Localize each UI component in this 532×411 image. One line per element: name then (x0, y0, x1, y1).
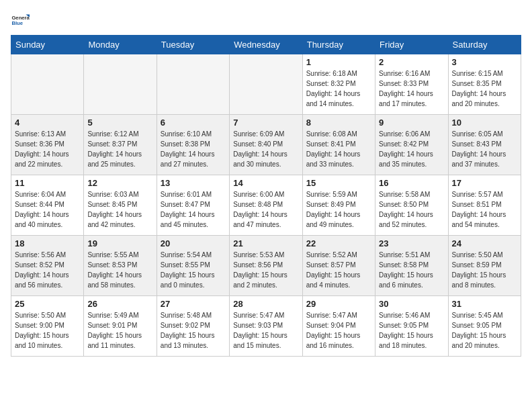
day-number: 24 (452, 238, 517, 248)
col-header-saturday: Saturday (448, 36, 521, 54)
calendar-day-cell: 28Sunrise: 5:47 AM Sunset: 9:03 PM Dayli… (230, 296, 302, 357)
calendar-day-cell (157, 54, 229, 115)
calendar-day-cell: 13Sunrise: 6:01 AM Sunset: 8:47 PM Dayli… (157, 175, 229, 236)
day-number: 29 (306, 299, 371, 309)
day-number: 10 (452, 118, 517, 128)
day-number: 31 (452, 299, 517, 309)
calendar-day-cell: 16Sunrise: 5:58 AM Sunset: 8:50 PM Dayli… (375, 175, 448, 236)
svg-text:Blue: Blue (11, 20, 23, 26)
day-number: 8 (306, 118, 371, 128)
day-number: 9 (379, 118, 444, 128)
day-info: Sunrise: 6:04 AM Sunset: 8:44 PM Dayligh… (15, 189, 80, 230)
day-info: Sunrise: 5:46 AM Sunset: 9:05 PM Dayligh… (379, 310, 444, 351)
calendar-day-cell: 7Sunrise: 6:09 AM Sunset: 8:40 PM Daylig… (230, 115, 302, 175)
day-number: 2 (379, 57, 444, 67)
calendar-day-cell: 9Sunrise: 6:06 AM Sunset: 8:42 PM Daylig… (375, 115, 448, 175)
day-info: Sunrise: 6:09 AM Sunset: 8:40 PM Dayligh… (233, 129, 298, 169)
col-header-friday: Friday (375, 36, 448, 54)
col-header-sunday: Sunday (11, 36, 84, 54)
calendar-day-cell: 26Sunrise: 5:49 AM Sunset: 9:01 PM Dayli… (84, 296, 157, 357)
day-info: Sunrise: 5:50 AM Sunset: 9:00 PM Dayligh… (15, 310, 80, 351)
calendar-day-cell: 20Sunrise: 5:54 AM Sunset: 8:55 PM Dayli… (157, 236, 229, 296)
day-info: Sunrise: 6:01 AM Sunset: 8:47 PM Dayligh… (161, 189, 226, 230)
calendar-day-cell: 24Sunrise: 5:50 AM Sunset: 8:59 PM Dayli… (448, 236, 521, 296)
calendar-day-cell: 29Sunrise: 5:47 AM Sunset: 9:04 PM Dayli… (302, 296, 375, 357)
calendar-day-cell: 12Sunrise: 6:03 AM Sunset: 8:45 PM Dayli… (84, 175, 157, 236)
day-info: Sunrise: 5:56 AM Sunset: 8:52 PM Dayligh… (15, 250, 80, 290)
day-info: Sunrise: 5:59 AM Sunset: 8:49 PM Dayligh… (306, 189, 371, 230)
day-info: Sunrise: 5:50 AM Sunset: 8:59 PM Dayligh… (452, 250, 517, 290)
day-number: 25 (15, 299, 80, 309)
day-info: Sunrise: 6:06 AM Sunset: 8:42 PM Dayligh… (379, 129, 444, 169)
calendar-day-cell: 1Sunrise: 6:18 AM Sunset: 8:32 PM Daylig… (302, 54, 375, 115)
calendar-day-cell: 23Sunrise: 5:51 AM Sunset: 8:58 PM Dayli… (375, 236, 448, 296)
day-info: Sunrise: 5:48 AM Sunset: 9:02 PM Dayligh… (161, 310, 226, 351)
day-number: 19 (87, 238, 152, 248)
day-number: 22 (306, 238, 371, 248)
calendar-day-cell: 18Sunrise: 5:56 AM Sunset: 8:52 PM Dayli… (11, 236, 84, 296)
calendar-day-cell (84, 54, 157, 115)
day-info: Sunrise: 6:15 AM Sunset: 8:35 PM Dayligh… (452, 68, 517, 109)
day-number: 12 (87, 178, 152, 188)
calendar-day-cell: 19Sunrise: 5:55 AM Sunset: 8:53 PM Dayli… (84, 236, 157, 296)
day-info: Sunrise: 5:45 AM Sunset: 9:05 PM Dayligh… (452, 310, 517, 351)
day-info: Sunrise: 6:03 AM Sunset: 8:45 PM Dayligh… (87, 189, 152, 230)
calendar-day-cell: 15Sunrise: 5:59 AM Sunset: 8:49 PM Dayli… (302, 175, 375, 236)
day-number: 18 (15, 238, 80, 248)
calendar-day-cell: 2Sunrise: 6:16 AM Sunset: 8:33 PM Daylig… (375, 54, 448, 115)
calendar-day-cell: 10Sunrise: 6:05 AM Sunset: 8:43 PM Dayli… (448, 115, 521, 175)
day-number: 4 (15, 118, 80, 128)
day-info: Sunrise: 6:10 AM Sunset: 8:38 PM Dayligh… (161, 129, 226, 169)
day-info: Sunrise: 6:05 AM Sunset: 8:43 PM Dayligh… (452, 129, 517, 169)
calendar-day-cell (11, 54, 84, 115)
day-number: 20 (161, 238, 226, 248)
calendar-day-cell: 30Sunrise: 5:46 AM Sunset: 9:05 PM Dayli… (375, 296, 448, 357)
day-number: 23 (379, 238, 444, 248)
day-number: 30 (379, 299, 444, 309)
day-number: 7 (233, 118, 298, 128)
calendar-day-cell: 4Sunrise: 6:13 AM Sunset: 8:36 PM Daylig… (11, 115, 84, 175)
day-info: Sunrise: 5:58 AM Sunset: 8:50 PM Dayligh… (379, 189, 444, 230)
calendar-day-cell: 25Sunrise: 5:50 AM Sunset: 9:00 PM Dayli… (11, 296, 84, 357)
day-number: 14 (233, 178, 298, 188)
day-number: 6 (161, 118, 226, 128)
day-number: 21 (233, 238, 298, 248)
calendar-day-cell: 17Sunrise: 5:57 AM Sunset: 8:51 PM Dayli… (448, 175, 521, 236)
calendar-table: SundayMondayTuesdayWednesdayThursdayFrid… (11, 35, 521, 357)
day-number: 11 (15, 178, 80, 188)
day-info: Sunrise: 5:55 AM Sunset: 8:53 PM Dayligh… (87, 250, 152, 290)
calendar-day-cell: 5Sunrise: 6:12 AM Sunset: 8:37 PM Daylig… (84, 115, 157, 175)
day-info: Sunrise: 6:16 AM Sunset: 8:33 PM Dayligh… (379, 68, 444, 109)
day-info: Sunrise: 6:12 AM Sunset: 8:37 PM Dayligh… (87, 129, 152, 169)
calendar-day-cell: 8Sunrise: 6:08 AM Sunset: 8:41 PM Daylig… (302, 115, 375, 175)
day-info: Sunrise: 6:13 AM Sunset: 8:36 PM Dayligh… (15, 129, 80, 169)
day-info: Sunrise: 5:57 AM Sunset: 8:51 PM Dayligh… (452, 189, 517, 230)
col-header-tuesday: Tuesday (157, 36, 229, 54)
calendar-week-row: 4Sunrise: 6:13 AM Sunset: 8:36 PM Daylig… (11, 115, 521, 175)
logo-icon: General Blue (11, 11, 30, 30)
col-header-monday: Monday (84, 36, 157, 54)
day-number: 1 (306, 57, 371, 67)
day-number: 28 (233, 299, 298, 309)
svg-text:General: General (11, 15, 30, 21)
page-header: General Blue (11, 11, 521, 30)
day-info: Sunrise: 6:00 AM Sunset: 8:48 PM Dayligh… (233, 189, 298, 230)
day-info: Sunrise: 5:49 AM Sunset: 9:01 PM Dayligh… (87, 310, 152, 351)
calendar-week-row: 25Sunrise: 5:50 AM Sunset: 9:00 PM Dayli… (11, 296, 521, 357)
day-number: 5 (87, 118, 152, 128)
day-number: 17 (452, 178, 517, 188)
day-info: Sunrise: 5:47 AM Sunset: 9:03 PM Dayligh… (233, 310, 298, 351)
col-header-thursday: Thursday (302, 36, 375, 54)
calendar-day-cell: 27Sunrise: 5:48 AM Sunset: 9:02 PM Dayli… (157, 296, 229, 357)
calendar-day-cell (230, 54, 302, 115)
day-info: Sunrise: 6:08 AM Sunset: 8:41 PM Dayligh… (306, 129, 371, 169)
day-number: 13 (161, 178, 226, 188)
col-header-wednesday: Wednesday (230, 36, 302, 54)
day-number: 3 (452, 57, 517, 67)
calendar-week-row: 18Sunrise: 5:56 AM Sunset: 8:52 PM Dayli… (11, 236, 521, 296)
calendar-day-cell: 31Sunrise: 5:45 AM Sunset: 9:05 PM Dayli… (448, 296, 521, 357)
calendar-week-row: 1Sunrise: 6:18 AM Sunset: 8:32 PM Daylig… (11, 54, 521, 115)
calendar-week-row: 11Sunrise: 6:04 AM Sunset: 8:44 PM Dayli… (11, 175, 521, 236)
calendar-day-cell: 22Sunrise: 5:52 AM Sunset: 8:57 PM Dayli… (302, 236, 375, 296)
day-info: Sunrise: 6:18 AM Sunset: 8:32 PM Dayligh… (306, 68, 371, 109)
